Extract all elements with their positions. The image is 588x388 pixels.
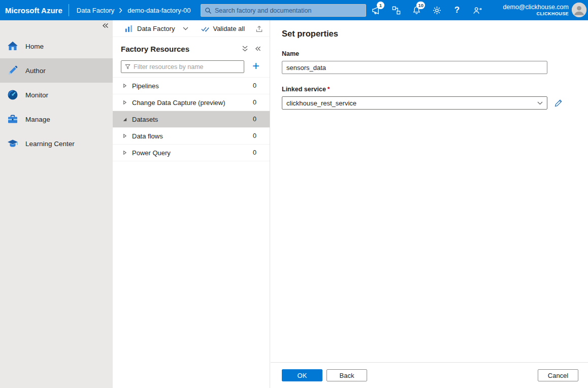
edit-linked-service-icon[interactable] xyxy=(554,99,563,108)
chevron-right-icon[interactable] xyxy=(122,99,132,105)
tree-item-label: Data flows xyxy=(132,132,253,140)
data-factory-icon xyxy=(124,24,133,33)
breadcrumb-section[interactable]: Data Factory xyxy=(77,7,114,14)
resources-title: Factory Resources xyxy=(121,45,236,53)
sidebar-item-learning-center[interactable]: Learning Center xyxy=(0,131,113,156)
linked-service-label-text: Linked service xyxy=(282,86,326,93)
account-email: demo@clickhouse.com xyxy=(503,3,569,11)
question-mark-icon: ? xyxy=(454,5,460,15)
account-org: CLICKHOUSE xyxy=(536,11,569,17)
publish-icon[interactable] xyxy=(255,24,264,33)
global-search xyxy=(201,4,366,17)
topbar-divider xyxy=(69,4,69,16)
sidebar-item-home[interactable]: Home xyxy=(0,34,113,58)
tree-item-change-data-capture[interactable]: Change Data Capture (preview) 0 xyxy=(113,94,270,111)
hierarchy-button[interactable] xyxy=(386,0,406,20)
name-field[interactable] xyxy=(282,61,547,74)
sidebar-item-label: Home xyxy=(25,43,44,50)
left-nav: Home Author Monitor Manage xyxy=(0,20,113,388)
sidebar-item-label: Learning Center xyxy=(25,140,75,148)
tree-item-datasets[interactable]: Datasets 0 xyxy=(113,111,270,128)
account-menu[interactable]: demo@clickhouse.com CLICKHOUSE xyxy=(503,0,569,20)
chevron-right-icon[interactable] xyxy=(122,150,132,156)
ok-button[interactable]: OK xyxy=(282,369,322,381)
filter-resources-input[interactable] xyxy=(134,63,241,70)
set-properties-panel: Set properties Name Linked service* clic… xyxy=(271,20,588,388)
validate-check-icon xyxy=(201,25,209,32)
whats-new-button[interactable]: 1 xyxy=(366,0,386,20)
add-resource-button[interactable]: + xyxy=(250,61,262,73)
pencil-icon xyxy=(7,64,19,77)
linked-service-value: clickhouse_rest_service xyxy=(286,99,537,107)
sidebar-collapse-button[interactable] xyxy=(102,22,109,29)
resources-toolbar: Data Factory Validate all xyxy=(113,20,270,37)
chevron-right-icon xyxy=(119,8,123,13)
required-marker: * xyxy=(328,86,330,93)
chevron-expanded-icon[interactable] xyxy=(122,116,132,122)
chevron-right-icon[interactable] xyxy=(122,83,132,89)
factory-resources-panel: Data Factory Validate all Factory Resour… xyxy=(113,20,270,388)
linked-service-row: clickhouse_rest_service xyxy=(282,96,588,110)
validate-all-label: Validate all xyxy=(213,25,245,32)
factory-switcher-label: Data Factory xyxy=(137,25,175,32)
tree-item-pipelines[interactable]: Pipelines 0 xyxy=(113,78,270,94)
linked-service-label: Linked service* xyxy=(282,86,588,93)
tree-item-count: 0 xyxy=(253,82,256,89)
search-input[interactable] xyxy=(215,7,362,14)
breadcrumb: Data Factory demo-data-factory-00 xyxy=(77,7,191,14)
page-title: Set properties xyxy=(282,29,588,39)
tree-item-power-query[interactable]: Power Query 0 xyxy=(113,145,270,161)
help-button[interactable]: ? xyxy=(447,0,467,20)
settings-button[interactable] xyxy=(427,0,447,20)
notifications-badge: 10 xyxy=(416,2,425,9)
tree-item-count: 0 xyxy=(253,132,256,139)
toolbox-icon xyxy=(7,113,19,125)
validate-all-button[interactable]: Validate all xyxy=(201,25,245,32)
tree-item-data-flows[interactable]: Data flows 0 xyxy=(113,128,270,145)
sidebar-item-author[interactable]: Author xyxy=(0,58,113,83)
sidebar-item-label: Manage xyxy=(25,116,50,123)
chevron-down-icon[interactable] xyxy=(183,27,188,30)
back-button[interactable]: Back xyxy=(326,369,367,381)
breadcrumb-instance[interactable]: demo-data-factory-00 xyxy=(127,7,190,14)
dialog-footer: OK Back Cancel xyxy=(271,362,588,388)
tree-item-label: Power Query xyxy=(132,149,253,157)
resources-header: Factory Resources xyxy=(113,38,270,59)
factory-switcher[interactable]: Data Factory xyxy=(124,24,175,33)
sidebar-item-manage[interactable]: Manage xyxy=(0,107,113,131)
sidebar-item-label: Monitor xyxy=(25,91,48,99)
graduation-cap-icon xyxy=(7,137,19,150)
name-label: Name xyxy=(282,50,588,57)
tree-item-count: 0 xyxy=(253,116,256,123)
tree-item-label: Datasets xyxy=(132,116,253,123)
topbar-icon-group: 1 10 ? xyxy=(366,0,487,20)
azure-data-factory-window: Microsoft Azure Data Factory demo-data-f… xyxy=(0,0,588,388)
notifications-button[interactable]: 10 xyxy=(406,0,427,20)
tree-item-label: Pipelines xyxy=(132,82,253,90)
filter-box xyxy=(121,60,244,73)
tree-item-label: Change Data Capture (preview) xyxy=(132,99,253,107)
hierarchy-icon xyxy=(391,6,401,15)
sidebar-item-monitor[interactable]: Monitor xyxy=(0,83,113,107)
chevron-right-icon[interactable] xyxy=(122,133,132,139)
sidebar-item-label: Author xyxy=(25,67,46,75)
whats-new-badge: 1 xyxy=(377,2,384,9)
chevron-down-icon xyxy=(537,101,543,105)
search-icon xyxy=(205,7,212,14)
avatar[interactable] xyxy=(572,3,586,17)
person-arrow-icon xyxy=(472,6,482,15)
tree-item-count: 0 xyxy=(253,99,256,106)
feedback-button[interactable] xyxy=(467,0,487,20)
tree-item-count: 0 xyxy=(253,149,256,156)
gauge-icon xyxy=(7,89,19,101)
collapse-panel-icon[interactable] xyxy=(254,46,262,52)
resources-filter-row: + xyxy=(113,60,270,73)
linked-service-dropdown[interactable]: clickhouse_rest_service xyxy=(282,96,547,110)
gear-icon xyxy=(432,6,442,15)
sidebar-nav: Home Author Monitor Manage xyxy=(0,34,113,156)
expand-all-icon[interactable] xyxy=(242,45,248,52)
filter-icon xyxy=(124,63,131,70)
azure-brand[interactable]: Microsoft Azure xyxy=(0,6,69,15)
cancel-button[interactable]: Cancel xyxy=(538,369,578,381)
azure-topbar: Microsoft Azure Data Factory demo-data-f… xyxy=(0,0,588,20)
